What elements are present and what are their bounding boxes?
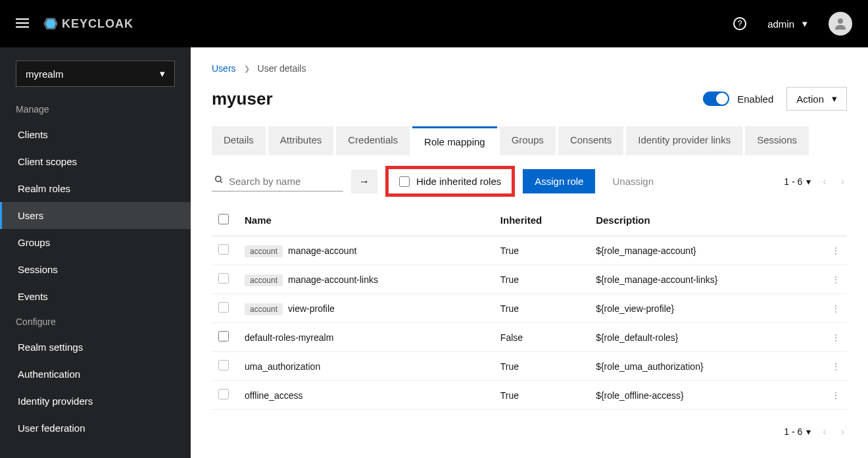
topbar-left: KEYCLOAK <box>16 15 133 32</box>
action-dropdown[interactable]: Action ▾ <box>786 87 847 111</box>
sidebar-item-authentication[interactable]: Authentication <box>0 361 191 388</box>
sidebar-item-client-scopes[interactable]: Client scopes <box>0 148 191 175</box>
row-kebab-menu[interactable]: ⋮ <box>825 352 847 381</box>
col-name: Name <box>238 205 494 236</box>
row-checkbox[interactable] <box>218 302 229 313</box>
sidebar-item-clients[interactable]: Clients <box>0 121 191 148</box>
brand-logo[interactable]: KEYCLOAK <box>42 15 133 32</box>
svg-line-4 <box>220 181 222 183</box>
cell-inherited: True <box>494 236 589 265</box>
tab-role-mapping[interactable]: Role mapping <box>412 126 497 155</box>
caret-down-icon: ▾ <box>832 93 837 105</box>
sidebar-item-users[interactable]: Users <box>0 202 191 229</box>
row-kebab-menu[interactable]: ⋮ <box>825 236 847 265</box>
table-row: default-roles-myrealmFalse${role_default… <box>212 323 847 352</box>
tab-groups[interactable]: Groups <box>500 126 556 155</box>
cell-inherited: False <box>494 323 589 352</box>
svg-point-3 <box>216 176 221 182</box>
enabled-label: Enabled <box>737 93 773 105</box>
chevron-right-icon: ❯ <box>244 64 250 73</box>
pager-range-dropdown[interactable]: 1 - 6 ▾ <box>784 426 811 437</box>
avatar[interactable] <box>829 12 852 36</box>
breadcrumb-users[interactable]: Users <box>212 63 236 74</box>
caret-down-icon: ▾ <box>806 426 811 437</box>
cell-inherited: True <box>494 381 589 410</box>
keycloak-icon <box>42 15 59 32</box>
sidebar-item-realm-roles[interactable]: Realm roles <box>0 175 191 202</box>
cell-name: accountmanage-account <box>238 236 494 265</box>
cell-description: ${role_uma_authorization} <box>589 352 825 381</box>
unassign-button[interactable]: Unassign <box>603 169 663 193</box>
cell-name: offline_access <box>238 381 494 410</box>
table-row: accountmanage-accountTrue${role_manage-a… <box>212 236 847 265</box>
hide-inherited-checkbox[interactable] <box>399 176 410 187</box>
sidebar-item-sessions[interactable]: Sessions <box>0 256 191 283</box>
hide-inherited-label: Hide inherited roles <box>416 176 501 187</box>
cell-description: ${role_manage-account} <box>589 236 825 265</box>
row-checkbox[interactable] <box>218 331 229 342</box>
nav-section-title: Configure <box>0 310 191 334</box>
search-submit-button[interactable]: → <box>351 170 377 193</box>
search-icon <box>214 175 224 187</box>
sidebar: myrealm ▾ ManageClientsClient scopesReal… <box>0 47 191 458</box>
user-menu[interactable]: admin ▾ <box>767 18 808 30</box>
tab-consents[interactable]: Consents <box>558 126 623 155</box>
row-kebab-menu[interactable]: ⋮ <box>825 381 847 410</box>
pager-prev[interactable]: ‹ <box>820 173 829 190</box>
caret-down-icon: ▾ <box>806 176 811 187</box>
sidebar-item-groups[interactable]: Groups <box>0 229 191 256</box>
table-row: accountview-profileTrue${role_view-profi… <box>212 294 847 323</box>
row-kebab-menu[interactable]: ⋮ <box>825 265 847 294</box>
table-row: accountmanage-account-linksTrue${role_ma… <box>212 265 847 294</box>
cell-description: ${role_offline-access} <box>589 381 825 410</box>
search-input[interactable] <box>229 176 354 187</box>
sidebar-item-user-federation[interactable]: User federation <box>0 415 191 442</box>
row-kebab-menu[interactable]: ⋮ <box>825 294 847 323</box>
assign-role-button[interactable]: Assign role <box>523 169 595 193</box>
top-pager: 1 - 6 ▾ ‹ › <box>784 173 847 190</box>
pager-range-dropdown[interactable]: 1 - 6 ▾ <box>784 176 811 187</box>
enabled-toggle[interactable] <box>703 91 729 106</box>
realm-name: myrealm <box>26 68 64 80</box>
cell-name: default-roles-myrealm <box>238 323 494 352</box>
select-all-checkbox[interactable] <box>218 214 229 224</box>
cell-description: ${role_default-roles} <box>589 323 825 352</box>
hamburger-menu[interactable] <box>16 16 32 32</box>
cell-inherited: True <box>494 352 589 381</box>
pager-next[interactable]: › <box>838 423 847 440</box>
pager-next[interactable]: › <box>838 173 847 190</box>
row-checkbox[interactable] <box>218 360 229 370</box>
tab-credentials[interactable]: Credentials <box>336 126 410 155</box>
row-checkbox[interactable] <box>218 244 229 255</box>
cell-description: ${role_view-profile} <box>589 294 825 323</box>
tab-sessions[interactable]: Sessions <box>745 126 809 155</box>
sidebar-item-realm-settings[interactable]: Realm settings <box>0 334 191 361</box>
row-checkbox[interactable] <box>218 273 229 284</box>
client-badge: account <box>245 245 283 257</box>
caret-down-icon: ▾ <box>802 18 808 30</box>
brand-text: KEYCLOAK <box>62 17 133 31</box>
sidebar-item-events[interactable]: Events <box>0 283 191 310</box>
cell-description: ${role_manage-account-links} <box>589 265 825 294</box>
row-checkbox[interactable] <box>218 389 229 399</box>
svg-point-2 <box>838 18 843 24</box>
realm-selector[interactable]: myrealm ▾ <box>16 61 175 87</box>
cell-inherited: True <box>494 294 589 323</box>
sidebar-item-identity-providers[interactable]: Identity providers <box>0 388 191 415</box>
client-badge: account <box>245 274 283 286</box>
enabled-toggle-wrap: Enabled <box>703 91 773 106</box>
pager-range: 1 - 6 <box>784 176 802 187</box>
pager-prev[interactable]: ‹ <box>820 423 829 440</box>
nav-section-title: Manage <box>0 97 191 121</box>
search-wrap <box>212 171 343 191</box>
tab-attributes[interactable]: Attributes <box>268 126 333 155</box>
row-kebab-menu[interactable]: ⋮ <box>825 323 847 352</box>
tab-details[interactable]: Details <box>212 126 266 155</box>
bottom-pager: 1 - 6 ▾ ‹ › <box>212 410 847 453</box>
action-label: Action <box>796 93 824 105</box>
table-row: uma_authorizationTrue${role_uma_authoriz… <box>212 352 847 381</box>
help-icon[interactable]: ? <box>733 17 746 30</box>
roles-table: Name Inherited Description accountmanage… <box>212 205 847 410</box>
breadcrumb-current: User details <box>258 63 306 74</box>
tab-identity-provider-links[interactable]: Identity provider links <box>626 126 742 155</box>
